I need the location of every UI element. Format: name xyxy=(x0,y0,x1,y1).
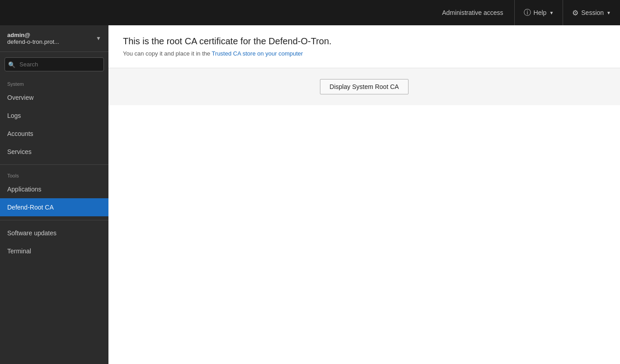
session-button[interactable]: ⚙ Session ▼ xyxy=(563,0,620,25)
session-label: Session xyxy=(581,9,604,16)
sidebar-search-wrapper-outer: 🔍 xyxy=(0,52,108,77)
subtitle-text: You can copy it and place it in the xyxy=(123,50,212,57)
layout: admin@ defend-o-tron.prot... ▼ 🔍 System … xyxy=(0,25,620,364)
sidebar-hostname: defend-o-tron.prot... xyxy=(7,38,59,45)
sidebar-divider-2 xyxy=(0,220,108,220)
sidebar: admin@ defend-o-tron.prot... ▼ 🔍 System … xyxy=(0,25,108,364)
sidebar-item-accounts[interactable]: Accounts xyxy=(0,125,108,143)
sidebar-user[interactable]: admin@ defend-o-tron.prot... ▼ xyxy=(0,25,108,52)
sidebar-item-applications[interactable]: Applications xyxy=(0,180,108,198)
help-button[interactable]: ⓘ Help ▼ xyxy=(515,0,563,25)
main-content: This is the root CA certificate for the … xyxy=(108,25,620,364)
search-icon: 🔍 xyxy=(8,61,15,68)
sidebar-section-system: System xyxy=(0,77,108,89)
sidebar-item-defend-root-ca[interactable]: Defend-Root CA xyxy=(0,198,108,216)
admin-access-text: Administrative access xyxy=(431,9,514,16)
sidebar-item-services[interactable]: Services xyxy=(0,143,108,161)
display-ca-section: Display System Root CA xyxy=(108,68,620,105)
sidebar-item-logs[interactable]: Logs xyxy=(0,107,108,125)
chevron-down-icon-2: ▼ xyxy=(606,10,611,15)
content-section-header: This is the root CA certificate for the … xyxy=(108,25,620,68)
content-subtitle: You can copy it and place it in the Trus… xyxy=(123,50,606,57)
chevron-down-icon: ▼ xyxy=(549,10,554,15)
gear-icon: ⚙ xyxy=(572,9,578,17)
sidebar-item-software-updates[interactable]: Software updates xyxy=(0,224,108,242)
page-title: This is the root CA certificate for the … xyxy=(123,36,606,47)
top-header: Administrative access ⓘ Help ▼ ⚙ Session… xyxy=(0,0,620,25)
content-empty-area xyxy=(108,105,620,364)
display-ca-button[interactable]: Display System Root CA xyxy=(320,79,408,94)
trusted-ca-link[interactable]: Trusted CA store on your computer xyxy=(212,50,303,57)
sidebar-item-overview[interactable]: Overview xyxy=(0,89,108,107)
sidebar-section-tools: Tools xyxy=(0,168,108,180)
sidebar-username: admin@ xyxy=(7,32,59,38)
sidebar-user-text: admin@ defend-o-tron.prot... xyxy=(7,32,59,45)
help-icon: ⓘ xyxy=(524,8,531,18)
sidebar-divider xyxy=(0,164,108,165)
help-label: Help xyxy=(534,9,547,16)
chevron-down-icon-user: ▼ xyxy=(96,35,101,42)
sidebar-search-inner: 🔍 xyxy=(5,57,104,71)
search-input[interactable] xyxy=(5,57,104,71)
sidebar-item-terminal[interactable]: Terminal xyxy=(0,242,108,260)
